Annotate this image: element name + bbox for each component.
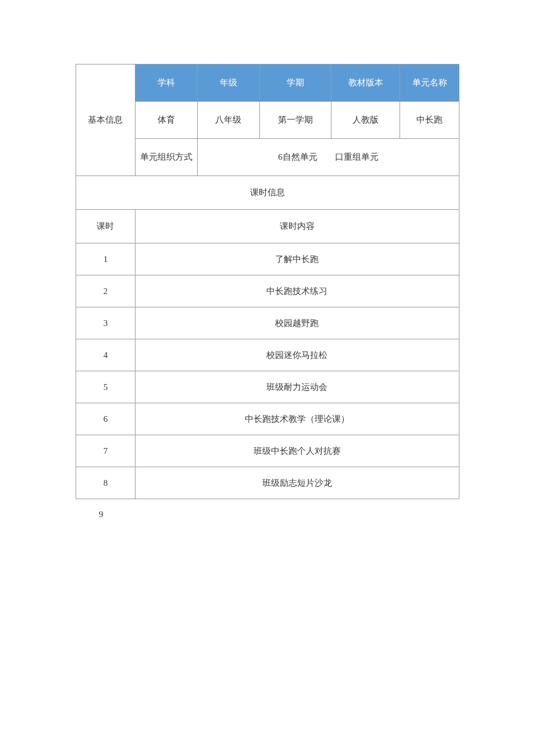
table-row: 5 班级耐力运动会 xyxy=(76,371,459,403)
table-row: 7 班级中长跑个人对抗赛 xyxy=(76,435,459,467)
header-subject: 学科 xyxy=(135,65,197,102)
lesson-content: 校园越野跑 xyxy=(135,307,459,339)
lesson-content: 中长跑技术教学（理论课） xyxy=(135,403,459,435)
value-version: 人教版 xyxy=(331,102,400,139)
lesson-num: 8 xyxy=(76,467,135,499)
lesson-num: 7 xyxy=(76,435,135,467)
lesson-content: 校园迷你马拉松 xyxy=(135,339,459,371)
table-row: 2 中长跑技术练习 xyxy=(76,275,459,307)
lesson-num: 6 xyxy=(76,403,135,435)
lesson-num: 5 xyxy=(76,371,135,403)
value-semester: 第一学期 xyxy=(260,102,331,139)
lesson-header-num: 课时 xyxy=(76,210,135,243)
basic-info-label: 基本信息 xyxy=(76,65,135,176)
lesson-content: 中长跑技术练习 xyxy=(135,275,459,307)
table-row: 4 校园迷你马拉松 xyxy=(76,339,459,371)
value-subject: 体育 xyxy=(135,102,197,139)
lesson-content: 班级中长跑个人对抗赛 xyxy=(135,435,459,467)
document-table: 基本信息 学科 年级 学期 教材版本 单元名称 体育 八年级 第一学期 人教版 … xyxy=(76,64,459,499)
lesson-section-title: 课时信息 xyxy=(76,176,459,210)
header-grade: 年级 xyxy=(197,65,259,102)
table-row: 6 中长跑技术教学（理论课） xyxy=(76,403,459,435)
lesson-content: 班级励志短片沙龙 xyxy=(135,467,459,499)
header-unit-name: 单元名称 xyxy=(400,65,459,102)
table-row: 8 班级励志短片沙龙 xyxy=(76,467,459,499)
lesson-num: 1 xyxy=(76,243,135,275)
footer-number: 9 xyxy=(76,499,459,519)
lesson-header-content: 课时内容 xyxy=(135,210,459,243)
value-grade: 八年级 xyxy=(197,102,259,139)
table-row: 1 了解中长跑 xyxy=(76,243,459,275)
lesson-content: 了解中长跑 xyxy=(135,243,459,275)
lesson-num: 2 xyxy=(76,275,135,307)
header-version: 教材版本 xyxy=(331,65,400,102)
org-method-value: 6自然单元 口重组单元 xyxy=(197,139,459,176)
lesson-num: 4 xyxy=(76,339,135,371)
org-method-label: 单元组织方式 xyxy=(135,139,197,176)
lesson-num: 3 xyxy=(76,307,135,339)
lesson-content: 班级耐力运动会 xyxy=(135,371,459,403)
header-semester: 学期 xyxy=(260,65,331,102)
value-unit-name: 中长跑 xyxy=(400,102,459,139)
table-row: 3 校园越野跑 xyxy=(76,307,459,339)
